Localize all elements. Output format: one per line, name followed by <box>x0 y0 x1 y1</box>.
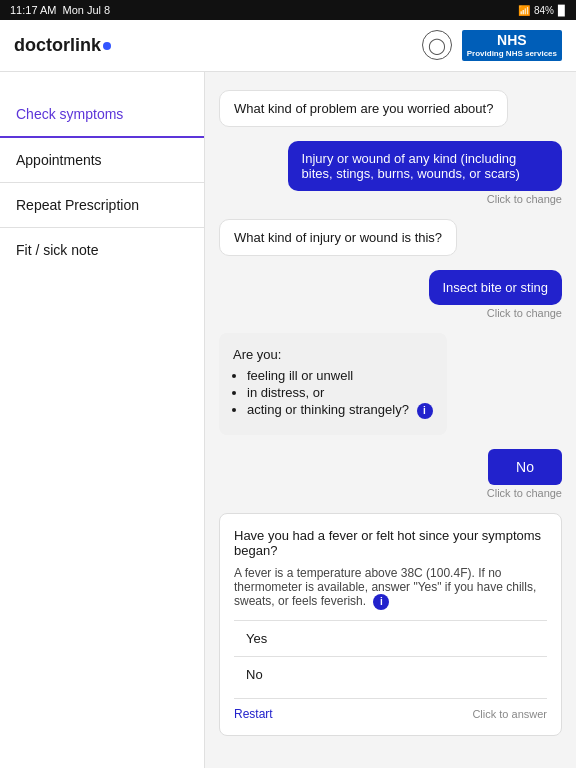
a1-bubble[interactable]: Injury or wound of any kind (including b… <box>288 141 562 191</box>
q3-row: Are you: feeling ill or unwell in distre… <box>219 333 562 435</box>
nhs-logo: NHS Providing NHS services <box>462 30 562 60</box>
a1-change[interactable]: Click to change <box>487 193 562 205</box>
sidebar-item-check-symptoms[interactable]: Check symptoms <box>0 92 204 138</box>
a2-text: Insect bite or sting <box>443 280 549 295</box>
q3-bullet-1: feeling ill or unwell <box>247 368 433 383</box>
q3-bullet-2: in distress, or <box>247 385 433 400</box>
sidebar-item-fit-sick-note[interactable]: Fit / sick note <box>0 228 204 274</box>
a3-row: No Click to change <box>487 449 562 499</box>
a2-row: Insect bite or sting Click to change <box>219 270 562 319</box>
q4-desc: A fever is a temperature above 38C (100.… <box>234 566 547 610</box>
q3-intro: Are you: <box>233 347 281 362</box>
nhs-sub: Providing NHS services <box>467 49 557 59</box>
q1-row: What kind of problem are you worried abo… <box>219 90 562 127</box>
q2-text: What kind of injury or wound is this? <box>234 230 442 245</box>
q3-info-icon[interactable]: i <box>417 403 433 419</box>
logo: doctorlink <box>14 35 111 56</box>
sidebar-label-repeat-prescription: Repeat Prescription <box>16 197 139 213</box>
q2-bubble: What kind of injury or wound is this? <box>219 219 457 256</box>
click-to-answer: Click to answer <box>472 708 547 720</box>
sidebar-label-appointments: Appointments <box>16 152 102 168</box>
a2-change[interactable]: Click to change <box>487 307 562 319</box>
q3-card: Are you: feeling ill or unwell in distre… <box>219 333 447 435</box>
chat-content: What kind of problem are you worried abo… <box>205 72 576 768</box>
user-icon[interactable]: ◯ <box>422 30 452 60</box>
a2-bubble[interactable]: Insect bite or sting <box>429 270 563 305</box>
q4-card: Have you had a fever or felt hot since y… <box>219 513 562 736</box>
header: doctorlink ◯ NHS Providing NHS services <box>0 20 576 72</box>
restart-link[interactable]: Restart <box>234 707 273 721</box>
q1-bubble: What kind of problem are you worried abo… <box>219 90 508 127</box>
sidebar-item-repeat-prescription[interactable]: Repeat Prescription <box>0 183 204 228</box>
battery-icon: ▉ <box>558 5 566 16</box>
status-bar: 11:17 AM Mon Jul 8 📶 84% ▉ <box>0 0 576 20</box>
status-date: Mon Jul 8 <box>62 4 110 16</box>
q4-info-icon[interactable]: i <box>373 594 389 610</box>
header-right: ◯ NHS Providing NHS services <box>422 30 562 60</box>
logo-dot <box>103 42 111 50</box>
wifi-icon: 📶 <box>518 5 530 16</box>
battery-label: 84% <box>534 5 554 16</box>
q3-bullet-3: acting or thinking strangely? i <box>247 402 433 419</box>
q4-question: Have you had a fever or felt hot since y… <box>234 528 547 558</box>
a3-no-button[interactable]: No <box>488 449 562 485</box>
q2-row: What kind of injury or wound is this? <box>219 219 562 256</box>
sidebar: Check symptoms Appointments Repeat Presc… <box>0 72 205 768</box>
main-layout: Check symptoms Appointments Repeat Presc… <box>0 72 576 768</box>
sidebar-item-appointments[interactable]: Appointments <box>0 138 204 183</box>
status-time: 11:17 AM <box>10 4 56 16</box>
q4-yes-option[interactable]: Yes <box>234 620 547 656</box>
a1-row: Injury or wound of any kind (including b… <box>219 141 562 205</box>
q4-footer: Restart Click to answer <box>234 698 547 721</box>
nhs-text: NHS <box>497 32 527 49</box>
sidebar-label-fit-sick-note: Fit / sick note <box>16 242 98 258</box>
logo-text: doctorlink <box>14 35 101 56</box>
q1-text: What kind of problem are you worried abo… <box>234 101 493 116</box>
a3-change[interactable]: Click to change <box>487 487 562 499</box>
q4-no-option[interactable]: No <box>234 656 547 692</box>
sidebar-label-check-symptoms: Check symptoms <box>16 106 123 122</box>
a1-text: Injury or wound of any kind (including b… <box>302 151 520 181</box>
q3-list: feeling ill or unwell in distress, or ac… <box>247 368 433 419</box>
